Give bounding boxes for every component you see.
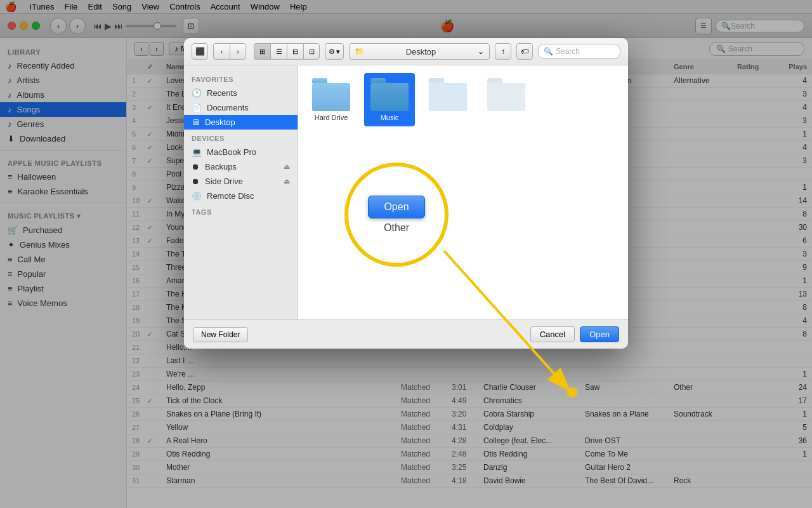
folder-music[interactable]: Music: [364, 73, 415, 126]
open-button[interactable]: Open: [580, 326, 619, 342]
dialog-sidebar: Favorites 🕐 Recents 📄 Documents 🖥 Deskto…: [184, 65, 298, 319]
dialog-share-button[interactable]: ↑: [495, 43, 511, 60]
item-label: MacBook Pro: [207, 147, 256, 157]
item-label: Remote Disc: [207, 191, 254, 201]
dialog-sidebar-recents[interactable]: 🕐 Recents: [184, 86, 298, 100]
folder-label: Hard Drive: [315, 114, 348, 121]
item-label: Documents: [207, 103, 249, 112]
cancel-button[interactable]: Cancel: [530, 326, 575, 342]
file-open-dialog: ⬛ ‹ › ⊞ ☰ ⊟ ⊡ ⚙ ▾ 📁 Desktop ⌄ ↑ 🏷: [184, 38, 628, 349]
dialog-sidebar-desktop[interactable]: 🖥 Desktop: [184, 115, 298, 130]
drive-icon: ⏺: [192, 177, 200, 186]
icon-view-button[interactable]: ⊞: [254, 43, 270, 60]
folder-hard-drive[interactable]: Hard Drive: [306, 73, 357, 126]
dialog-content: Hard Drive Music: [298, 65, 628, 319]
folder-3[interactable]: [422, 73, 473, 119]
location-name: Desktop: [406, 47, 436, 57]
dialog-sidebar-side-drive[interactable]: ⏺ Side Drive ⏏: [184, 174, 298, 189]
dialog-action-button[interactable]: ⚙ ▾: [325, 43, 344, 60]
chevron-down-icon: ⌄: [478, 47, 484, 56]
dialog-sidebar-toggle[interactable]: ⬛: [192, 43, 208, 60]
folder-4[interactable]: [481, 73, 532, 119]
dialog-sidebar-backups[interactable]: ⏺ Backups ⏏: [184, 159, 298, 174]
item-label: Side Drive: [205, 177, 243, 186]
dialog-tag-button[interactable]: 🏷: [516, 43, 533, 60]
tags-header: Tags: [184, 203, 298, 218]
folder-icon-3: [429, 78, 467, 111]
folder-icon: 📁: [355, 47, 364, 56]
coverflow-view-button[interactable]: ⊡: [303, 43, 320, 60]
item-label: Backups: [205, 162, 237, 171]
dialog-toolbar: ⬛ ‹ › ⊞ ☰ ⊟ ⊡ ⚙ ▾ 📁 Desktop ⌄ ↑ 🏷: [184, 38, 628, 65]
list-view-button[interactable]: ☰: [270, 43, 287, 60]
dialog-search[interactable]: 🔍 Search: [538, 44, 620, 59]
dialog-back-button[interactable]: ‹: [213, 43, 230, 60]
document-icon: 📄: [192, 103, 202, 112]
dialog-search-placeholder: Search: [556, 47, 580, 56]
folder-icon-4: [487, 78, 525, 111]
folder-icon-music: [370, 78, 409, 111]
dialog-actions: Cancel Open: [530, 326, 619, 342]
dialog-sidebar-remote-disc[interactable]: 💿 Remote Disc: [184, 189, 298, 203]
folder-icon-hard-drive: [312, 78, 350, 111]
new-folder-button[interactable]: New Folder: [193, 327, 248, 342]
laptop-icon: 💻: [192, 147, 202, 157]
dialog-nav-group: ‹ ›: [213, 43, 246, 60]
dialog-footer: New Folder Cancel Open: [184, 319, 628, 349]
drive-icon: ⏺: [192, 162, 200, 171]
gear-icon: ⚙: [329, 48, 335, 56]
disc-icon: 💿: [192, 191, 202, 201]
dialog-location[interactable]: 📁 Desktop ⌄: [349, 43, 490, 60]
column-view-button[interactable]: ⊟: [287, 43, 303, 60]
dialog-forward-button[interactable]: ›: [230, 43, 246, 60]
favorites-header: Favorites: [184, 70, 298, 86]
item-label: Desktop: [205, 117, 235, 127]
desktop-icon: 🖥: [192, 117, 200, 127]
dialog-sidebar-macbook[interactable]: 💻 MacBook Pro: [184, 145, 298, 159]
chevron-down-icon: ▾: [336, 48, 340, 56]
search-icon: 🔍: [544, 47, 553, 56]
dialog-overlay: ⬛ ‹ › ⊞ ☰ ⊟ ⊡ ⚙ ▾ 📁 Desktop ⌄ ↑ 🏷: [0, 0, 812, 508]
dialog-body: Favorites 🕐 Recents 📄 Documents 🖥 Deskto…: [184, 65, 628, 319]
folder-label: Music: [381, 114, 399, 121]
item-label: Recents: [207, 88, 237, 98]
devices-header: Devices: [184, 130, 298, 145]
clock-icon: 🕐: [192, 88, 202, 98]
eject-icon[interactable]: ⏏: [284, 177, 290, 185]
eject-icon[interactable]: ⏏: [284, 163, 290, 171]
dialog-arrange-group: ⊞ ☰ ⊟ ⊡: [254, 43, 320, 60]
dialog-sidebar-documents[interactable]: 📄 Documents: [184, 100, 298, 115]
